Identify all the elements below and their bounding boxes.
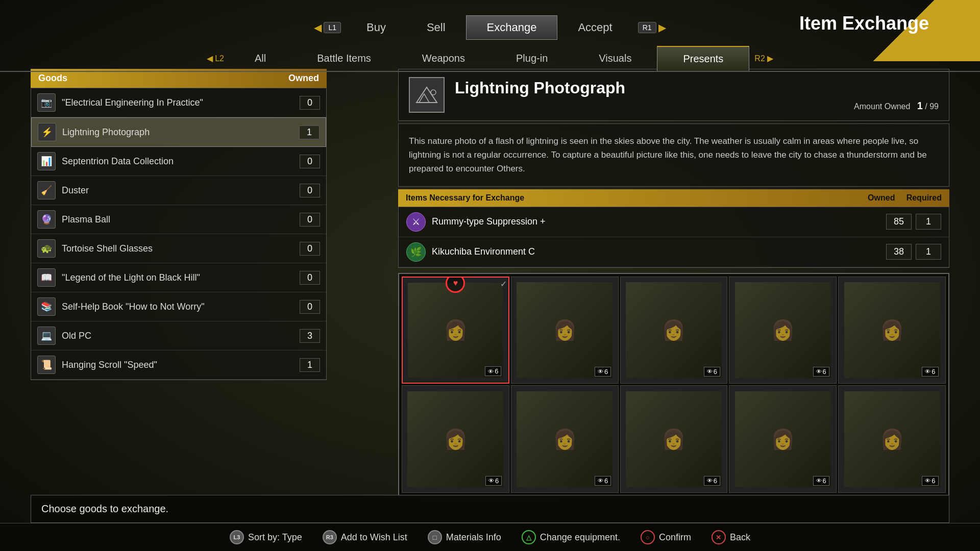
exchange-item: 🌿 Kikuchiba Environment C 38 1	[399, 237, 949, 267]
char-slot[interactable]: 👩 👁 6 ♥ ✓	[402, 277, 509, 384]
item-detail-name: Lightning Photograph	[455, 79, 939, 97]
x-icon: ✕	[712, 530, 726, 544]
char-slot[interactable]: 👩 👁 6	[838, 277, 946, 384]
wishlist-label: Add to Wish List	[341, 532, 407, 543]
char-slot[interactable]: 👩 👁 6	[511, 385, 619, 493]
char-slot-inner: 👩 👁 6	[735, 282, 831, 378]
char-slot[interactable]: 👩 👁 6	[838, 385, 946, 493]
char-slot[interactable]: 👩 👁 6	[620, 385, 728, 493]
cat-right-arrow: R2 ▶	[749, 54, 778, 63]
cat-all[interactable]: All	[229, 46, 291, 70]
item-count: 0	[300, 242, 320, 256]
item-count: 1	[300, 358, 320, 372]
char-slot-inner: 👩 👁 6	[407, 391, 503, 487]
item-icon: 📜	[37, 356, 56, 374]
list-item[interactable]: 🐢 Tortoise Shell Glasses 0	[31, 234, 326, 263]
cat-battle-items[interactable]: Battle Items	[291, 46, 397, 70]
owned-current: 1	[917, 100, 923, 111]
item-icon: ⚡	[38, 123, 56, 141]
goods-label: Goods	[38, 73, 67, 84]
owned-label-text: Amount Owned	[854, 102, 910, 111]
equipment-label: Change equipment.	[540, 532, 620, 543]
cat-weapons[interactable]: Weapons	[397, 46, 491, 70]
char-badge: 👁 6	[704, 367, 720, 377]
exchange-item-icon: ⚔	[406, 212, 426, 232]
char-badge: 👁 6	[922, 367, 938, 377]
l1-label: L1	[324, 22, 341, 33]
status-message: Choose goods to exchange.	[41, 503, 168, 515]
amount-owned: 85	[886, 214, 912, 230]
item-name: Old PC	[62, 331, 300, 341]
checkmark: ✓	[500, 279, 507, 289]
char-badge: 👁 6	[485, 476, 502, 486]
item-name: Septentrion Data Collection	[62, 156, 300, 167]
materials-action[interactable]: □ Materials Info	[428, 530, 501, 544]
list-item[interactable]: 📷 "Electrical Engineering In Practice" 0	[31, 88, 326, 117]
list-item[interactable]: ⚡ Lightning Photograph 1	[31, 117, 326, 147]
amount-required: 1	[916, 244, 941, 260]
char-slot-inner: 👩 👁 6	[626, 391, 722, 487]
tab-sell[interactable]: Sell	[406, 16, 466, 39]
back-action[interactable]: ✕ Back	[712, 530, 750, 544]
cat-visuals[interactable]: Visuals	[573, 46, 657, 70]
item-icon: 🔮	[37, 210, 56, 229]
tab-buy[interactable]: Buy	[346, 16, 406, 39]
char-slot[interactable]: 👩 👁 6	[511, 277, 619, 384]
char-slot-inner: 👩 👁 6	[517, 391, 612, 487]
item-count: 1	[299, 126, 320, 139]
wishlist-action[interactable]: R3 Add to Wish List	[323, 530, 407, 544]
list-item[interactable]: 💻 Old PC 3	[31, 321, 326, 350]
amount-owned: 38	[886, 244, 912, 260]
char-badge: 👁 6	[922, 476, 938, 486]
r1-label: R1	[638, 22, 656, 33]
item-count: 0	[300, 184, 320, 197]
materials-label: Materials Info	[446, 532, 501, 543]
char-slot[interactable]: 👩 👁 6	[729, 277, 837, 384]
item-count: 0	[300, 300, 320, 314]
item-name: Self-Help Book "How to Not Worry"	[62, 302, 300, 312]
exchange-item-name: Kikuchiba Environment C	[432, 246, 886, 257]
confirm-action[interactable]: ○ Confirm	[641, 530, 691, 544]
list-item[interactable]: 🔮 Plasma Ball 0	[31, 205, 326, 234]
tab-exchange[interactable]: Exchange	[466, 15, 558, 40]
item-header: Lightning Photograph Amount Owned 1 / 99	[398, 69, 949, 121]
nav-top: ◀ L1 Buy Sell Exchange Accept R1 ▶	[0, 15, 980, 40]
owned-separator: /	[925, 102, 929, 111]
char-slot[interactable]: 👩 👁 6	[402, 385, 509, 493]
equipment-action[interactable]: △ Change equipment.	[522, 530, 620, 544]
list-item[interactable]: 📜 Hanging Scroll "Speed" 1	[31, 350, 326, 380]
cat-plugin[interactable]: Plug-in	[491, 46, 573, 70]
char-badge: 👁 6	[485, 366, 501, 376]
item-count: 0	[300, 271, 320, 285]
item-icon: 📚	[37, 297, 56, 316]
item-detail-owned: Amount Owned 1 / 99	[455, 100, 939, 112]
bottom-actions-bar: L3 Sort by: Type R3 Add to Wish List □ M…	[0, 523, 980, 551]
cat-presents[interactable]: Presents	[657, 46, 749, 71]
char-slot[interactable]: 👩 👁 6	[620, 277, 728, 384]
list-item[interactable]: 📚 Self-Help Book "How to Not Worry" 0	[31, 292, 326, 321]
list-item[interactable]: 🧹 Duster 0	[31, 176, 326, 205]
item-count: 3	[300, 329, 320, 343]
r2-label: R2	[754, 54, 765, 63]
item-name: Hanging Scroll "Speed"	[62, 360, 300, 370]
item-name: Duster	[62, 185, 300, 196]
exchange-amounts: 85 1	[886, 214, 941, 230]
cat-left-arrow: ◀ L2	[202, 54, 229, 63]
char-slot[interactable]: 👩 👁 6	[729, 385, 837, 493]
nav-left-arrow: ◀ L1	[309, 21, 346, 34]
exchange-cols: Owned Required	[868, 193, 942, 203]
amount-required: 1	[916, 214, 941, 230]
triangle-icon: △	[522, 530, 536, 544]
item-count: 0	[300, 213, 320, 227]
circle-icon: ○	[641, 530, 655, 544]
list-item[interactable]: 📖 "Legend of the Light on Black Hill" 0	[31, 263, 326, 292]
char-slot-inner: 👩 👁 6	[626, 282, 722, 378]
exchange-item-name: Rummy-type Suppression +	[432, 216, 886, 227]
char-badge: 👁 6	[595, 476, 611, 486]
confirm-label: Confirm	[659, 532, 691, 543]
list-item[interactable]: 📊 Septentrion Data Collection 0	[31, 147, 326, 176]
sort-action[interactable]: L3 Sort by: Type	[230, 530, 302, 544]
char-slot-inner: 👩 👁 6	[844, 391, 940, 487]
char-slot-inner: 👩 👁 6	[735, 391, 831, 487]
tab-accept[interactable]: Accept	[557, 16, 632, 39]
